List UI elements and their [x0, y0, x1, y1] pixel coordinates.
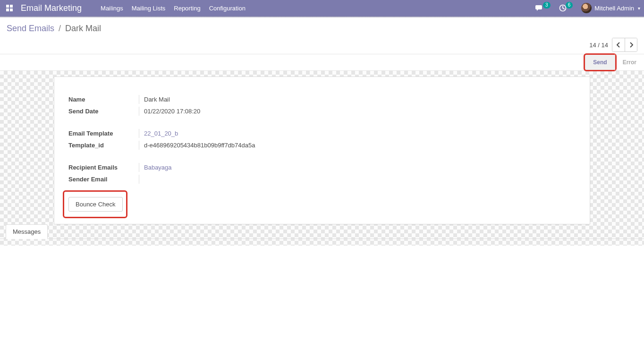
status-error[interactable]: Error [615, 54, 644, 70]
menu-configuration[interactable]: Configuration [209, 5, 246, 12]
messages-badge: 3 [543, 2, 551, 9]
bounce-check-button[interactable]: Bounce Check [68, 197, 123, 212]
messages-tray[interactable]: 3 [535, 5, 551, 11]
status-bar: Send Error [0, 54, 644, 71]
breadcrumb-parent[interactable]: Send Emails [7, 24, 54, 33]
pager-prev-button[interactable] [612, 38, 625, 51]
chevron-left-icon [617, 42, 620, 48]
value-send-date: 01/22/2020 17:08:20 [139, 107, 200, 116]
user-menu[interactable]: Mitchell Admin ▾ [581, 3, 640, 13]
user-name: Mitchell Admin [594, 5, 634, 12]
app-title[interactable]: Email Marketing [21, 3, 82, 13]
pager-next-button[interactable] [625, 38, 637, 51]
label-email-template: Email Template [68, 129, 139, 138]
apps-icon[interactable] [4, 2, 15, 14]
pager: 14 / 14 [589, 38, 637, 52]
value-email-template[interactable]: 22_01_20_b [139, 129, 178, 138]
chevron-right-icon [629, 42, 633, 48]
svg-rect-3 [10, 9, 13, 11]
svg-rect-2 [6, 9, 9, 11]
menu-mailing-lists[interactable]: Mailing Lists [132, 5, 166, 12]
activities-badge: 6 [566, 2, 573, 9]
label-name: Name [68, 95, 139, 104]
form-background: Name Dark Mail Send Date 01/22/2020 17:0… [0, 71, 644, 246]
breadcrumb: Send Emails / Dark Mail [7, 24, 101, 34]
label-send-date: Send Date [68, 107, 139, 116]
pager-count[interactable]: 14 / 14 [589, 42, 608, 49]
value-recipient-emails[interactable]: Babayaga [139, 163, 172, 172]
messages-content [0, 246, 644, 259]
main-menu: Mailings Mailing Lists Reporting Configu… [101, 5, 246, 12]
messages-tab-row: Messages [0, 224, 644, 239]
breadcrumb-current: Dark Mail [65, 24, 101, 33]
activities-tray[interactable]: 6 [559, 4, 573, 12]
value-sender-email [139, 179, 144, 181]
status-send[interactable]: Send [585, 54, 614, 70]
form-sheet: Name Dark Mail Send Date 01/22/2020 17:0… [54, 77, 590, 224]
label-template-id: Template_id [68, 141, 139, 150]
value-template-id: d-e468969205434b81b09b9ff7db74da5a [139, 141, 255, 150]
value-name: Dark Mail [139, 95, 170, 104]
breadcrumb-separator: / [59, 24, 61, 33]
control-panel: Send Emails / Dark Mail 14 / 14 [0, 18, 644, 54]
tab-messages[interactable]: Messages [6, 224, 48, 239]
menu-mailings[interactable]: Mailings [101, 5, 123, 12]
menu-reporting[interactable]: Reporting [174, 5, 200, 12]
label-recipient-emails: Recipient Emails [68, 163, 139, 172]
caret-down-icon: ▾ [638, 6, 640, 11]
svg-rect-1 [10, 5, 13, 8]
top-navbar: Email Marketing Mailings Mailing Lists R… [0, 0, 644, 16]
svg-rect-0 [6, 5, 9, 8]
label-sender-email: Sender Email [68, 175, 139, 184]
avatar [581, 3, 592, 13]
